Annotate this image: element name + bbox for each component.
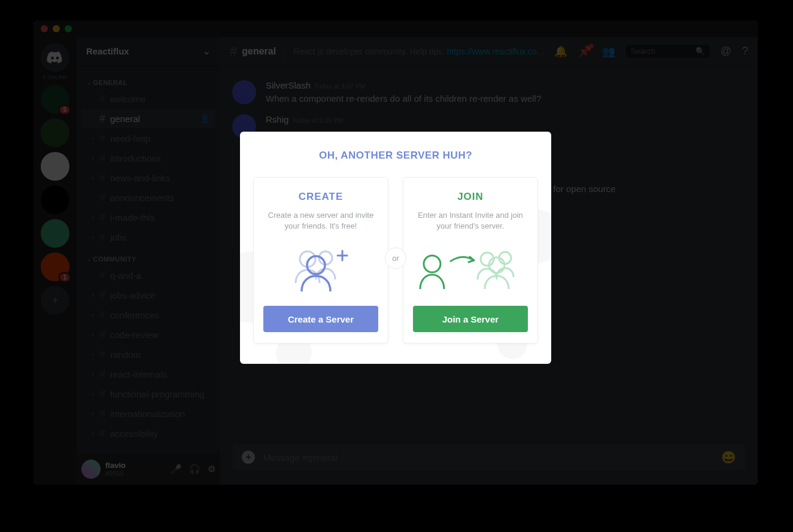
join-desc: Enter an Instant Invite and join your fr… — [414, 210, 527, 232]
create-heading: CREATE — [299, 191, 344, 203]
or-separator: or — [385, 248, 406, 269]
svg-point-5 — [424, 256, 440, 272]
join-heading: JOIN — [457, 191, 484, 203]
create-desc: Create a new server and invite your frie… — [264, 210, 378, 232]
create-server-button[interactable]: Create a Server — [263, 306, 378, 332]
join-server-card: JOIN Enter an Instant Invite and join yo… — [403, 177, 538, 343]
modal-title: OH, ANOTHER SERVER HUH? — [253, 150, 538, 162]
create-illustration — [285, 242, 357, 295]
modal-cards: CREATE Create a new server and invite yo… — [253, 177, 538, 343]
join-illustration — [417, 242, 524, 295]
add-server-modal: OH, ANOTHER SERVER HUH? CREATE Create a … — [240, 132, 551, 364]
create-server-card: CREATE Create a new server and invite yo… — [253, 177, 388, 343]
discord-window: 0 ONLINE 51+ Reactiflux ⌄ ⌄ GENERAL#welc… — [34, 20, 758, 485]
join-server-button[interactable]: Join a Server — [413, 306, 528, 332]
